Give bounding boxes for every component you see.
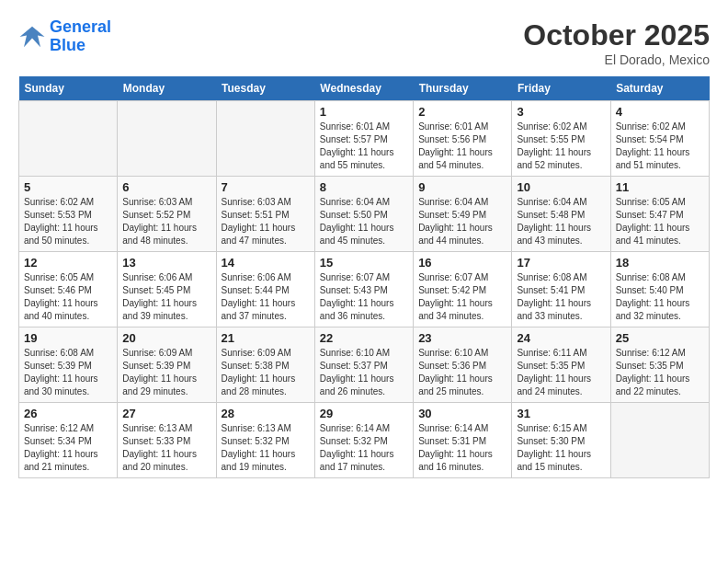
weekday-header-wednesday: Wednesday (314, 76, 413, 101)
day-info: Sunrise: 6:13 AM Sunset: 5:33 PM Dayligh… (122, 422, 210, 474)
calendar-cell: 19Sunrise: 6:08 AM Sunset: 5:39 PM Dayli… (19, 327, 118, 403)
calendar-cell: 28Sunrise: 6:13 AM Sunset: 5:32 PM Dayli… (216, 403, 314, 478)
weekday-header-monday: Monday (118, 76, 216, 101)
weekday-header-friday: Friday (512, 76, 610, 101)
day-number: 20 (122, 331, 210, 345)
calendar-cell: 10Sunrise: 6:04 AM Sunset: 5:48 PM Dayli… (512, 177, 610, 252)
day-info: Sunrise: 6:03 AM Sunset: 5:52 PM Dayligh… (122, 196, 210, 247)
day-number: 29 (320, 407, 408, 420)
day-info: Sunrise: 6:02 AM Sunset: 5:55 PM Dayligh… (517, 121, 605, 172)
calendar-cell (118, 101, 216, 177)
day-info: Sunrise: 6:08 AM Sunset: 5:41 PM Dayligh… (517, 271, 605, 323)
location: El Dorado, Mexico (523, 52, 710, 67)
day-info: Sunrise: 6:08 AM Sunset: 5:40 PM Dayligh… (616, 271, 704, 323)
calendar-cell: 11Sunrise: 6:05 AM Sunset: 5:47 PM Dayli… (610, 177, 709, 252)
calendar-week-row: 5Sunrise: 6:02 AM Sunset: 5:53 PM Daylig… (19, 177, 710, 252)
calendar-cell: 6Sunrise: 6:03 AM Sunset: 5:52 PM Daylig… (118, 177, 216, 252)
day-number: 7 (222, 180, 310, 194)
calendar-cell: 23Sunrise: 6:10 AM Sunset: 5:36 PM Dayli… (414, 327, 512, 403)
calendar-cell: 17Sunrise: 6:08 AM Sunset: 5:41 PM Dayli… (512, 252, 610, 327)
calendar-week-row: 19Sunrise: 6:08 AM Sunset: 5:39 PM Dayli… (19, 327, 710, 403)
weekday-header-saturday: Saturday (610, 76, 709, 101)
calendar-cell: 29Sunrise: 6:14 AM Sunset: 5:32 PM Dayli… (314, 403, 413, 478)
day-number: 14 (222, 256, 310, 270)
day-number: 15 (320, 256, 408, 270)
calendar-cell: 5Sunrise: 6:02 AM Sunset: 5:53 PM Daylig… (19, 177, 118, 252)
calendar-cell (19, 101, 118, 177)
day-info: Sunrise: 6:01 AM Sunset: 5:56 PM Dayligh… (418, 121, 506, 172)
calendar-cell: 8Sunrise: 6:04 AM Sunset: 5:50 PM Daylig… (314, 177, 413, 252)
day-number: 23 (418, 331, 506, 345)
day-info: Sunrise: 6:09 AM Sunset: 5:38 PM Dayligh… (222, 347, 310, 398)
calendar-cell: 14Sunrise: 6:06 AM Sunset: 5:44 PM Dayli… (216, 252, 314, 327)
day-number: 17 (517, 256, 605, 270)
calendar-cell: 7Sunrise: 6:03 AM Sunset: 5:51 PM Daylig… (216, 177, 314, 252)
calendar-cell: 26Sunrise: 6:12 AM Sunset: 5:34 PM Dayli… (19, 403, 118, 478)
day-number: 6 (122, 180, 210, 194)
logo: GeneralBlue (18, 18, 111, 55)
day-info: Sunrise: 6:04 AM Sunset: 5:50 PM Dayligh… (320, 196, 408, 247)
day-info: Sunrise: 6:14 AM Sunset: 5:32 PM Dayligh… (320, 422, 408, 474)
day-info: Sunrise: 6:10 AM Sunset: 5:36 PM Dayligh… (418, 347, 506, 398)
day-number: 22 (320, 331, 408, 345)
calendar-cell: 4Sunrise: 6:02 AM Sunset: 5:54 PM Daylig… (610, 101, 709, 177)
day-info: Sunrise: 6:06 AM Sunset: 5:44 PM Dayligh… (222, 271, 310, 323)
calendar-week-row: 26Sunrise: 6:12 AM Sunset: 5:34 PM Dayli… (19, 403, 710, 478)
day-info: Sunrise: 6:12 AM Sunset: 5:34 PM Dayligh… (24, 422, 112, 474)
calendar-cell: 24Sunrise: 6:11 AM Sunset: 5:35 PM Dayli… (512, 327, 610, 403)
weekday-header-thursday: Thursday (414, 76, 512, 101)
calendar-cell: 12Sunrise: 6:05 AM Sunset: 5:46 PM Dayli… (19, 252, 118, 327)
calendar-cell: 13Sunrise: 6:06 AM Sunset: 5:45 PM Dayli… (118, 252, 216, 327)
day-info: Sunrise: 6:01 AM Sunset: 5:57 PM Dayligh… (320, 121, 408, 172)
calendar-cell: 2Sunrise: 6:01 AM Sunset: 5:56 PM Daylig… (414, 101, 512, 177)
calendar-cell: 3Sunrise: 6:02 AM Sunset: 5:55 PM Daylig… (512, 101, 610, 177)
day-info: Sunrise: 6:03 AM Sunset: 5:51 PM Dayligh… (222, 196, 310, 247)
day-info: Sunrise: 6:11 AM Sunset: 5:35 PM Dayligh… (517, 347, 605, 398)
day-info: Sunrise: 6:05 AM Sunset: 5:47 PM Dayligh… (616, 196, 704, 247)
calendar-cell (610, 403, 709, 478)
weekday-header-row: SundayMondayTuesdayWednesdayThursdayFrid… (19, 76, 710, 101)
day-number: 12 (24, 256, 112, 270)
day-info: Sunrise: 6:13 AM Sunset: 5:32 PM Dayligh… (222, 422, 310, 474)
day-number: 30 (418, 407, 506, 420)
calendar-cell: 9Sunrise: 6:04 AM Sunset: 5:49 PM Daylig… (414, 177, 512, 252)
day-info: Sunrise: 6:06 AM Sunset: 5:45 PM Dayligh… (122, 271, 210, 323)
day-info: Sunrise: 6:08 AM Sunset: 5:39 PM Dayligh… (24, 347, 112, 398)
day-number: 11 (616, 180, 704, 194)
day-number: 25 (616, 331, 704, 345)
day-number: 4 (616, 105, 704, 119)
day-info: Sunrise: 6:02 AM Sunset: 5:54 PM Dayligh… (616, 121, 704, 172)
day-info: Sunrise: 6:15 AM Sunset: 5:30 PM Dayligh… (517, 422, 605, 474)
day-info: Sunrise: 6:09 AM Sunset: 5:39 PM Dayligh… (122, 347, 210, 398)
day-number: 26 (24, 407, 112, 420)
calendar-cell: 22Sunrise: 6:10 AM Sunset: 5:37 PM Dayli… (314, 327, 413, 403)
day-number: 16 (418, 256, 506, 270)
day-number: 13 (122, 256, 210, 270)
calendar-cell: 21Sunrise: 6:09 AM Sunset: 5:38 PM Dayli… (216, 327, 314, 403)
month-title: October 2025 (523, 18, 710, 52)
calendar-week-row: 12Sunrise: 6:05 AM Sunset: 5:46 PM Dayli… (19, 252, 710, 327)
calendar-cell: 1Sunrise: 6:01 AM Sunset: 5:57 PM Daylig… (314, 101, 413, 177)
calendar-cell (216, 101, 314, 177)
day-info: Sunrise: 6:07 AM Sunset: 5:42 PM Dayligh… (418, 271, 506, 323)
calendar-cell: 18Sunrise: 6:08 AM Sunset: 5:40 PM Dayli… (610, 252, 709, 327)
day-number: 10 (517, 180, 605, 194)
logo-text: GeneralBlue (50, 18, 111, 55)
day-number: 24 (517, 331, 605, 345)
day-info: Sunrise: 6:12 AM Sunset: 5:35 PM Dayligh… (616, 347, 704, 398)
calendar-cell: 30Sunrise: 6:14 AM Sunset: 5:31 PM Dayli… (414, 403, 512, 478)
day-number: 1 (320, 105, 408, 119)
calendar-cell: 15Sunrise: 6:07 AM Sunset: 5:43 PM Dayli… (314, 252, 413, 327)
day-number: 31 (517, 407, 605, 420)
calendar-cell: 20Sunrise: 6:09 AM Sunset: 5:39 PM Dayli… (118, 327, 216, 403)
title-block: October 2025 El Dorado, Mexico (523, 18, 710, 67)
svg-marker-0 (20, 27, 45, 48)
day-number: 21 (222, 331, 310, 345)
day-number: 5 (24, 180, 112, 194)
day-number: 8 (320, 180, 408, 194)
day-info: Sunrise: 6:04 AM Sunset: 5:48 PM Dayligh… (517, 196, 605, 247)
day-number: 9 (418, 180, 506, 194)
day-number: 19 (24, 331, 112, 345)
weekday-header-tuesday: Tuesday (216, 76, 314, 101)
calendar-cell: 31Sunrise: 6:15 AM Sunset: 5:30 PM Dayli… (512, 403, 610, 478)
